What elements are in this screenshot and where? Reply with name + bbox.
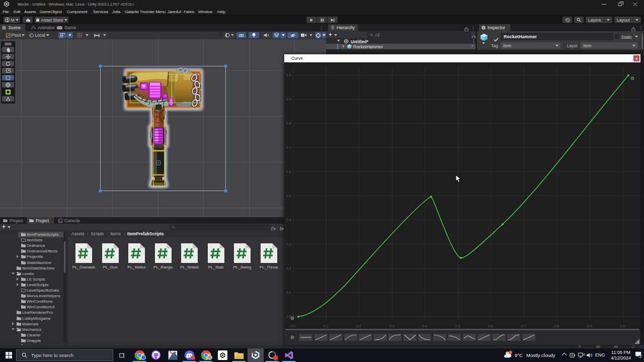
svg-text:0.8: 0.8 [286, 122, 291, 125]
svg-text:0.3: 0.3 [286, 242, 291, 246]
svg-text:0.9: 0.9 [286, 98, 291, 101]
svg-text:1.0: 1.0 [286, 73, 291, 77]
svg-text:0.4: 0.4 [286, 218, 291, 222]
svg-text:0.7: 0.7 [286, 146, 291, 149]
svg-text:0.4: 0.4 [422, 324, 427, 328]
svg-text:1.0: 1.0 [620, 324, 625, 328]
svg-text:0.7: 0.7 [521, 324, 526, 328]
svg-text:0.8: 0.8 [554, 324, 559, 328]
svg-text:0.0: 0.0 [290, 324, 295, 328]
svg-text:0.6: 0.6 [286, 170, 291, 173]
svg-text:1: 1 [510, 351, 511, 354]
svg-text:X: X [60, 36, 61, 38]
svg-text:0.3: 0.3 [389, 324, 394, 328]
svg-text:0.1: 0.1 [324, 324, 329, 328]
svg-text:0.2: 0.2 [356, 324, 361, 328]
svg-text:0.6: 0.6 [488, 324, 493, 328]
svg-text:0.1: 0.1 [286, 291, 291, 294]
svg-text:0.5: 0.5 [286, 194, 291, 198]
svg-text:0.9: 0.9 [587, 324, 592, 328]
svg-text:0.5: 0.5 [455, 324, 460, 328]
svg-text:Y: Y [62, 36, 63, 38]
svg-text:0.2: 0.2 [286, 266, 291, 270]
